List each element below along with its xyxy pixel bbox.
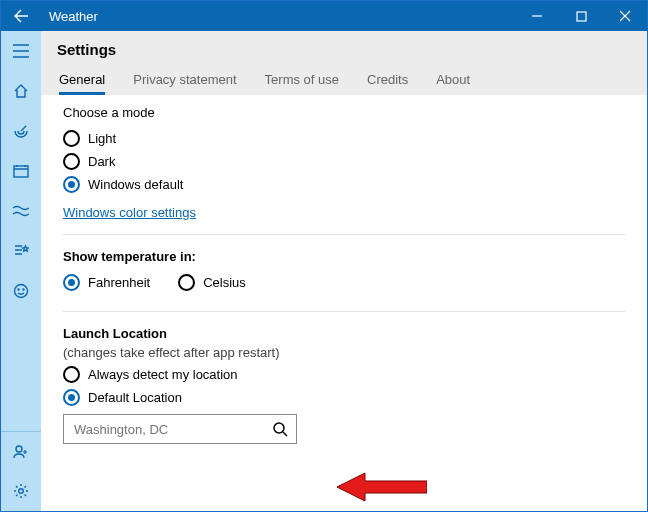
account-icon[interactable] [1, 431, 41, 471]
temperature-options: Fahrenheit Celsius [63, 268, 625, 297]
radio-icon [63, 389, 80, 406]
launch-location-note: (changes take effect after app restart) [63, 345, 625, 360]
radio-icon [63, 274, 80, 291]
svg-point-5 [16, 446, 22, 452]
main: Settings General Privacy statement Terms… [41, 31, 647, 511]
tab-general[interactable]: General [59, 68, 105, 95]
radio-label: Windows default [88, 177, 183, 192]
settings-header: Settings General Privacy statement Terms… [41, 31, 647, 95]
radio-label: Dark [88, 154, 115, 169]
radio-default-location[interactable]: Default Location [63, 389, 625, 406]
radio-icon [178, 274, 195, 291]
feedback-smile-icon[interactable] [1, 271, 41, 311]
search-icon[interactable] [270, 419, 290, 439]
back-button[interactable] [1, 1, 41, 31]
radio-icon [63, 366, 80, 383]
radio-light[interactable]: Light [63, 130, 625, 147]
radar-icon[interactable] [1, 111, 41, 151]
tabs: General Privacy statement Terms of use C… [57, 68, 631, 95]
svg-point-2 [15, 285, 28, 298]
favorites-icon[interactable] [1, 231, 41, 271]
titlebar: Weather [1, 1, 647, 31]
svg-marker-8 [337, 473, 427, 501]
launch-options: Always detect my location Default Locati… [63, 366, 625, 406]
radio-label: Default Location [88, 390, 182, 405]
radio-windows-default[interactable]: Windows default [63, 176, 625, 193]
temperature-label: Show temperature in: [63, 249, 625, 264]
settings-gear-icon[interactable] [1, 471, 41, 511]
window: Weather [0, 0, 648, 512]
mode-label: Choose a mode [63, 105, 625, 120]
radio-label: Light [88, 131, 116, 146]
radio-icon [63, 153, 80, 170]
windows-color-settings-link[interactable]: Windows color settings [63, 205, 196, 220]
mode-options: Light Dark Windows default [63, 130, 625, 193]
radio-label: Celsius [203, 275, 246, 290]
app-title: Weather [41, 9, 98, 24]
radio-dark[interactable]: Dark [63, 153, 625, 170]
location-search-box[interactable] [63, 414, 297, 444]
launch-location-label: Launch Location [63, 326, 625, 341]
divider [63, 311, 625, 312]
radio-label: Fahrenheit [88, 275, 150, 290]
svg-point-3 [18, 289, 19, 290]
svg-point-6 [19, 489, 24, 494]
maximize-button[interactable] [559, 1, 603, 31]
svg-rect-1 [14, 166, 28, 177]
divider [63, 234, 625, 235]
page-title: Settings [57, 37, 631, 68]
svg-point-4 [23, 289, 24, 290]
tab-privacy[interactable]: Privacy statement [133, 68, 236, 95]
calendar-icon[interactable] [1, 151, 41, 191]
radio-detect-location[interactable]: Always detect my location [63, 366, 625, 383]
radio-celsius[interactable]: Celsius [178, 274, 246, 291]
minimize-button[interactable] [515, 1, 559, 31]
radio-icon [63, 176, 80, 193]
close-button[interactable] [603, 1, 647, 31]
location-search-input[interactable] [74, 422, 270, 437]
waves-icon[interactable] [1, 191, 41, 231]
tab-terms[interactable]: Terms of use [265, 68, 339, 95]
annotation-arrow [337, 469, 427, 505]
settings-content: Choose a mode Light Dark Windows default [41, 95, 647, 511]
hamburger-icon[interactable] [1, 31, 41, 71]
radio-icon [63, 130, 80, 147]
body: Settings General Privacy statement Terms… [1, 31, 647, 511]
svg-point-7 [274, 423, 284, 433]
home-icon[interactable] [1, 71, 41, 111]
radio-fahrenheit[interactable]: Fahrenheit [63, 274, 150, 291]
svg-rect-0 [577, 12, 586, 21]
tab-about[interactable]: About [436, 68, 470, 95]
radio-label: Always detect my location [88, 367, 238, 382]
tab-credits[interactable]: Credits [367, 68, 408, 95]
sidebar [1, 31, 41, 511]
